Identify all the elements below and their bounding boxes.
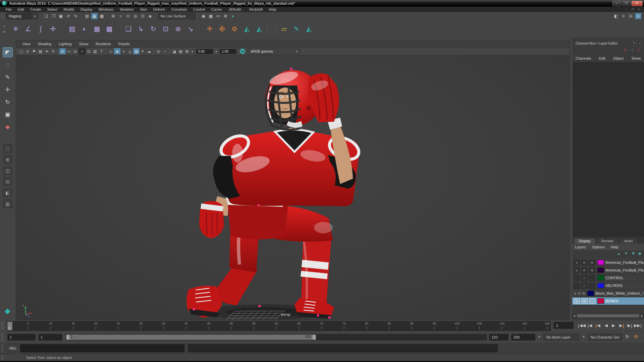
- camera-attributes-icon[interactable]: ⊙: [24, 48, 31, 54]
- save-scene-icon[interactable]: ▣: [58, 13, 64, 19]
- auto-keyframe-icon[interactable]: ↻: [625, 334, 629, 339]
- snap-to-projected-center-icon[interactable]: ◎: [132, 13, 139, 19]
- animation-start-field[interactable]: 1: [7, 334, 36, 341]
- layer-color-swatch[interactable]: [597, 298, 604, 304]
- command-output[interactable]: [188, 344, 498, 352]
- current-time-field[interactable]: 1: [553, 322, 574, 329]
- play-forwards-button[interactable]: ▶: [610, 321, 618, 330]
- insert-joint-icon[interactable]: ✛: [205, 24, 215, 34]
- animation-end-field[interactable]: 200: [511, 334, 535, 341]
- layer-playback-toggle[interactable]: P: [581, 283, 588, 289]
- viewport-menu-item[interactable]: Show: [75, 42, 92, 46]
- bookmarks-icon[interactable]: ⚑: [31, 48, 37, 54]
- live-surface-field[interactable]: No Live Surface: [158, 13, 195, 19]
- shelf-gear-icon[interactable]: ⚙: [3, 30, 6, 34]
- tab-render[interactable]: Render: [596, 238, 619, 244]
- aim-constraint-icon[interactable]: ⊕: [173, 24, 183, 34]
- scroll-thumb[interactable]: [577, 314, 639, 317]
- undo-icon[interactable]: ↺: [65, 13, 71, 19]
- layout-two-pane-side-icon[interactable]: ◫: [3, 166, 12, 175]
- select-component-icon[interactable]: ▦: [99, 13, 105, 19]
- view-transform-dropdown[interactable]: sRGB gamma ▼: [248, 48, 301, 55]
- layer-playback-toggle[interactable]: P: [581, 298, 588, 304]
- attribute-editor-icon[interactable]: ≡: [620, 13, 627, 19]
- 2d-pan-zoom-icon[interactable]: ✛: [44, 48, 50, 54]
- channel-box-tab[interactable]: Channels: [576, 56, 591, 60]
- layer-move-down-icon[interactable]: ▼: [624, 251, 628, 256]
- gate-mask-icon[interactable]: ▪: [78, 48, 86, 55]
- modeling-toolkit-icon[interactable]: ◧: [613, 13, 619, 19]
- layout-two-pane-stack-icon[interactable]: ⊟: [3, 177, 12, 186]
- empty-shelf-slot[interactable]: [267, 24, 277, 34]
- menu-item[interactable]: -3DtoAll -: [225, 7, 246, 11]
- snap-to-curve-icon[interactable]: ≈: [117, 13, 124, 19]
- resolution-gate-icon[interactable]: ◘: [72, 48, 78, 54]
- select-hierarchy-icon[interactable]: ▤: [84, 13, 90, 19]
- make-live-icon[interactable]: ◈: [147, 13, 153, 19]
- edit-skin-icon[interactable]: ▨: [67, 24, 77, 34]
- layer-reference-toggle[interactable]: R: [582, 291, 586, 296]
- command-language-label[interactable]: MEL: [9, 346, 17, 350]
- lighting-icon[interactable]: ☀: [140, 48, 146, 54]
- lasso-tool-icon[interactable]: ◌: [3, 60, 12, 69]
- menu-item[interactable]: Skeleton: [116, 7, 137, 11]
- layer-playback-toggle[interactable]: P: [581, 267, 588, 273]
- safe-action-icon[interactable]: ▥: [92, 48, 98, 54]
- joint-tool-icon[interactable]: ✳: [11, 24, 21, 34]
- textured-checker-icon[interactable]: ▩: [133, 48, 140, 54]
- layer-move-up-icon[interactable]: ▲: [617, 251, 621, 256]
- layer-reference-toggle[interactable]: [589, 275, 595, 281]
- field-chart-icon[interactable]: ⊡: [86, 48, 92, 54]
- channel-box-tab[interactable]: Edit: [599, 56, 605, 60]
- shelf-icon[interactable]: [200, 24, 201, 34]
- motion-blur-icon[interactable]: ◔: [162, 48, 168, 54]
- menu-item[interactable]: Redshift: [246, 7, 266, 11]
- maya-plugin-icon-3[interactable]: ◭: [304, 24, 314, 34]
- xray-icon[interactable]: ▧: [177, 48, 184, 54]
- lattice-icon[interactable]: ▦: [92, 24, 102, 34]
- parent-constraint-icon[interactable]: ❑: [123, 24, 133, 34]
- playback-end-field[interactable]: 120: [489, 334, 508, 341]
- layer-color-swatch[interactable]: [597, 260, 604, 265]
- create-empty-layer-icon[interactable]: ✚: [632, 251, 635, 256]
- sphere-icon[interactable]: ●: [631, 48, 634, 52]
- close-button[interactable]: ✕: [631, 1, 643, 6]
- range-end-handle[interactable]: [313, 335, 316, 340]
- connect-joint-icon[interactable]: ✠: [217, 24, 227, 34]
- menu-item[interactable]: Display: [77, 7, 96, 11]
- grid-icon[interactable]: ⊞: [59, 48, 66, 54]
- image-plane-icon[interactable]: ▨: [37, 48, 44, 54]
- layer-editor-menu[interactable]: Layers: [575, 245, 589, 249]
- orient-constraint-icon[interactable]: ↻: [148, 24, 158, 34]
- layer-reference-toggle[interactable]: [589, 283, 595, 289]
- menu-item[interactable]: Constrain: [168, 7, 190, 11]
- step-forward-frame-button[interactable]: | ▶: [626, 321, 634, 330]
- menu-item[interactable]: Control: [190, 7, 208, 11]
- redo-icon[interactable]: ↻: [72, 13, 79, 19]
- viewport-menu-item[interactable]: Panels: [115, 42, 133, 46]
- layout-four-pane-icon[interactable]: ⊞: [3, 155, 12, 164]
- layer-color-swatch[interactable]: [597, 283, 604, 288]
- render-setup-icon[interactable]: ●: [230, 13, 236, 19]
- BONES[interactable]: V P BONES: [572, 297, 644, 305]
- tool-settings-icon[interactable]: ⊟: [628, 13, 634, 19]
- current-frame-marker[interactable]: 1: [7, 322, 12, 330]
- go-to-end-button[interactable]: | ▶▶: [634, 321, 642, 330]
- layer-visible-toggle[interactable]: V: [574, 298, 580, 304]
- shelf-icon[interactable]: [62, 24, 63, 34]
- new-scene-icon[interactable]: ❏: [43, 13, 49, 19]
- maya-outliner-icon[interactable]: ◆: [5, 307, 10, 315]
- drag-grip[interactable]: [1, 355, 4, 360]
- maximize-button[interactable]: ❐: [622, 1, 631, 6]
- menu-item[interactable]: Skin: [137, 7, 150, 11]
- chevron-down-icon[interactable]: ▼: [538, 336, 541, 339]
- open-scene-icon[interactable]: ❐: [50, 13, 57, 19]
- plugin-shading-icon[interactable]: ⊠: [184, 48, 190, 54]
- paint-select-tool-icon[interactable]: ✎: [3, 72, 12, 82]
- grease-pencil-icon[interactable]: ✎: [50, 48, 56, 54]
- menu-item[interactable]: Deform: [150, 7, 168, 11]
- drag-grip[interactable]: [1, 321, 4, 330]
- ik-handle-icon[interactable]: ∠: [23, 24, 33, 34]
- select-camera-icon[interactable]: ▢: [18, 48, 24, 54]
- viewport-menu-item[interactable]: Lighting: [55, 42, 75, 46]
